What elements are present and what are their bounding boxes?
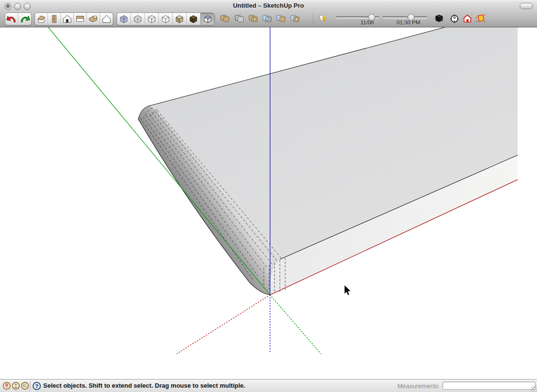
green-axis-negative [270,295,321,354]
face-style-group [117,12,215,25]
svg-text:?: ? [35,383,38,389]
wall-tool-button[interactable] [74,13,87,25]
select-group-icon [276,14,286,23]
textured-cube-icon [189,14,198,24]
shadow-settings-icon [318,14,328,24]
undo-arrow-icon [6,15,17,23]
select-faces-icon [220,14,230,23]
select-faces-edges-icon [248,14,259,23]
select-cursor [345,285,351,295]
x-ray-cube-icon [119,14,129,24]
share-model-button[interactable] [474,12,487,24]
monochrome-cube-icon [203,14,213,24]
model-canvas[interactable] [0,27,537,379]
select-c-button[interactable] [247,12,260,24]
get-current-view-icon: G + [449,14,460,24]
hidden-line-button[interactable] [159,13,173,25]
get-models-icon [462,14,473,24]
google-g-icon: G [21,381,29,390]
shaded-button[interactable] [173,13,187,25]
shadow-settings-button[interactable] [317,12,329,24]
shaded-cube-icon [175,14,184,24]
window-title: Untitled – SketchUp Pro [0,2,537,9]
help-icon: ? [32,381,41,391]
door-icon [49,14,59,24]
undo-button[interactable] [5,13,18,25]
select-f-button[interactable] [289,12,301,24]
svg-text:G: G [453,15,456,19]
time-slider-track[interactable] [382,16,427,18]
floor-tool-button[interactable] [87,13,100,25]
status-bar: G ? Select objects. Shift to extend sele… [0,379,537,392]
google-status-button[interactable]: G [21,381,29,390]
wireframe-cube-icon [133,14,143,24]
attribution-status-button[interactable] [12,381,20,390]
select-b-button[interactable] [233,12,246,24]
shadow-date-value: 11/08 [355,20,379,25]
geolocation-pin-icon [2,381,11,390]
measurements-input[interactable] [442,381,536,390]
select-edges-icon [234,14,245,23]
shaded-textures-button[interactable] [187,13,201,25]
slab-top-face[interactable] [150,27,517,259]
roof-icon [102,14,111,24]
attribution-person-icon [12,381,20,390]
roof-tool-button[interactable] [100,13,113,25]
share-model-icon [475,14,486,24]
door-tool-button[interactable] [48,13,61,25]
wall-icon [75,14,85,24]
place-model-button[interactable] [433,12,445,24]
toolbar-separator [313,13,313,24]
monochrome-button[interactable] [201,13,215,25]
window-resize-grip[interactable] [531,386,537,392]
red-axis-negative [177,295,270,354]
house-builder-group [35,12,113,25]
status-hint: Select objects. Shift to extend select. … [43,382,245,389]
select-a-button[interactable] [219,12,231,24]
build-house-icon [36,14,46,24]
place-model-icon [434,14,444,24]
back-edges-button[interactable] [145,13,159,25]
statusbar-separator [30,381,30,390]
select-d-button[interactable] [261,12,274,24]
house-gable-button[interactable] [61,13,74,25]
get-current-view-button[interactable]: G + [448,12,461,24]
svg-text:G: G [23,383,27,388]
toolbar-toggle-lozenge[interactable] [520,3,533,9]
svg-text:+: + [453,19,455,22]
wireframe-button[interactable] [131,13,145,25]
redo-button[interactable] [18,13,31,25]
get-models-button[interactable] [461,12,474,24]
select-e-button[interactable] [275,12,287,24]
x-ray-button[interactable] [117,13,131,25]
modeling-viewport[interactable] [0,27,537,379]
undo-redo-group [5,12,32,25]
build-house-button[interactable] [35,13,48,25]
hidden-line-cube-icon [161,14,170,24]
geolocation-status-button[interactable] [2,381,11,390]
select-bounds-icon [262,14,273,23]
floor-icon [88,14,98,24]
window-chrome: Untitled – SketchUp Pro [0,0,537,27]
back-edges-cube-icon [147,14,156,24]
measurements-label: Measurements [394,382,439,390]
select-component-icon [290,14,300,23]
help-button[interactable]: ? [32,381,41,391]
house-gable-icon [62,14,72,24]
shadow-time-value: 01:30 PM [394,20,423,25]
redo-arrow-icon [20,15,30,23]
